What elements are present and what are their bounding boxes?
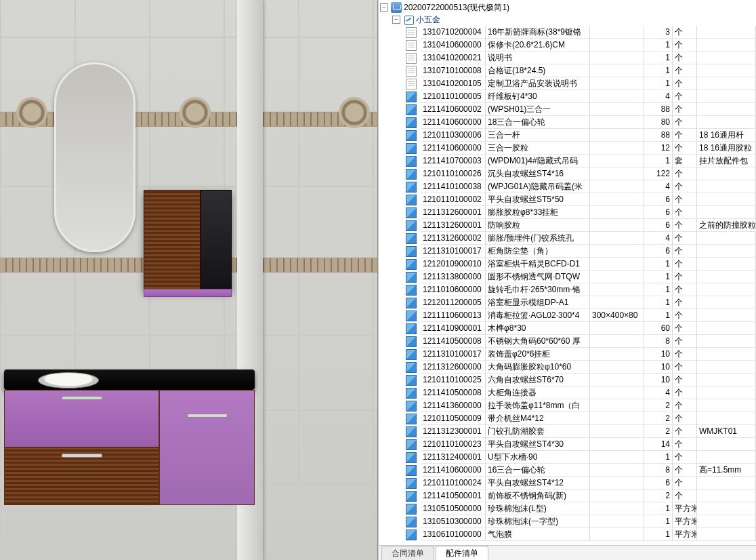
row-spec xyxy=(590,335,644,348)
row-name: 大角码膨胀胶粒φ10*60 xyxy=(486,361,590,374)
row-qty: 2 xyxy=(644,399,673,412)
parts-row[interactable]: 131071020000416年新箭牌商标(38*9镀铬3个 xyxy=(380,26,756,39)
parts-row[interactable]: 1211312600001膨胀胶粒φ8*33挂柜6个 xyxy=(380,206,756,219)
cube-icon xyxy=(406,233,417,244)
row-unit: 个 xyxy=(673,103,697,116)
cube-icon xyxy=(406,504,417,515)
parts-tree[interactable]: − 20200722000513(现代极简1) − 小五金 1310710200… xyxy=(379,0,756,545)
parts-row[interactable]: 121141060000016三合一偏心轮8个高=11.5mm xyxy=(380,464,756,477)
parts-row[interactable]: 1210110100023平头自攻螺丝ST4*3014个 xyxy=(380,438,756,451)
parts-row[interactable]: 1212011200005浴室柜显示模组DP-A11个 xyxy=(380,296,756,309)
parts-row[interactable]: 1211410500001前饰板不锈钢角码(新)2个 xyxy=(380,489,756,502)
parts-row[interactable]: 1211410700003(WPDM01)4#隐藏式吊码1套挂片放配件包 xyxy=(380,155,756,167)
row-spec xyxy=(590,258,644,271)
row-icon-cell xyxy=(380,77,421,90)
parts-row[interactable]: 1211410100038(WPJG01A)隐藏吊码盖(米4个 xyxy=(380,180,756,193)
row-icon-cell xyxy=(380,477,421,489)
cube-icon xyxy=(406,529,417,540)
parts-row[interactable]: 1211110600013消毒柜拉篮·AGL02·300*4300×400×80… xyxy=(380,309,756,322)
parts-row[interactable]: 1211410500008不锈钢大角码60*60*60 厚8个 xyxy=(380,335,756,348)
parts-row[interactable]: 1310410600000保修卡(20.6*21.6)CM1个 xyxy=(380,39,756,52)
parts-row[interactable]: 1210110300006三合一杆88个18 16通用杆 xyxy=(380,129,756,142)
row-name: 浴室柜烘干精灵BCFD-D1 xyxy=(486,258,590,271)
parts-row[interactable]: 121141060000018三合一偏心轮80个 xyxy=(380,116,756,129)
parts-row[interactable]: 1211312600001防响胶粒6个之前的防撞胶粒 xyxy=(380,219,756,232)
row-note xyxy=(697,77,756,90)
row-spec xyxy=(590,296,644,309)
parts-row[interactable]: 1211313800000圆形不锈钢透气网·DTQW1个 xyxy=(380,271,756,283)
row-code: 1310710100008 xyxy=(421,64,486,77)
row-note xyxy=(697,116,756,129)
row-spec xyxy=(590,193,644,206)
parts-row[interactable]: 1210110100002平头自攻螺丝ST5*506个 xyxy=(380,193,756,206)
parts-row[interactable]: 1211410600000三合一胶粒12个18 16通用胶粒 xyxy=(380,142,756,155)
row-unit: 个 xyxy=(673,116,697,129)
row-qty: 6 xyxy=(644,206,673,219)
collapse-icon[interactable]: − xyxy=(380,3,388,12)
parts-row[interactable]: 1310610100000气泡膜1平方米 xyxy=(380,528,756,541)
preview-3d-viewport[interactable] xyxy=(0,0,378,560)
cube-icon xyxy=(406,259,417,270)
row-icon-cell xyxy=(380,386,421,399)
row-unit: 平方米 xyxy=(673,528,697,541)
row-spec xyxy=(590,77,644,90)
row-qty: 6 xyxy=(644,219,673,232)
parts-row[interactable]: 1211410500008大柜角连接器4个 xyxy=(380,386,756,399)
parts-row[interactable]: 1211310100017装饰盖φ20*6挂柜10个 xyxy=(380,348,756,361)
parts-row[interactable]: 1310710100008合格证(18*24.5)1个 xyxy=(380,64,756,77)
row-icon-cell xyxy=(380,399,421,412)
parts-row[interactable]: 1310510500000珍珠棉泡沫(L型)1平方米 xyxy=(380,502,756,515)
parts-row[interactable]: 1310510300000珍珠棉泡沫(一字型)1平方米 xyxy=(380,515,756,528)
row-note: 18 16通用杆 xyxy=(697,129,756,142)
parts-row[interactable]: 1310410200021说明书1个 xyxy=(380,52,756,64)
parts-row[interactable]: 1210110100026沉头自攻螺丝ST4*16122个 xyxy=(380,167,756,180)
row-qty: 10 xyxy=(644,361,673,374)
cube-icon xyxy=(406,362,417,373)
row-qty: 88 xyxy=(644,129,673,142)
row-spec xyxy=(590,245,644,258)
parts-row[interactable]: 1211010600000旋转毛巾杆·265*30mm·铬1个 xyxy=(380,283,756,296)
parts-row[interactable]: 1211410600002(WPSH01)三合一88个 xyxy=(380,103,756,116)
parts-row[interactable]: 1211312600002膨胀/预埋件(门铰系统孔4个 xyxy=(380,232,756,245)
parts-row[interactable]: 1210110100025六角自攻螺丝ST6*7010个 xyxy=(380,374,756,386)
parts-row[interactable]: 1211312400001U型下水槽·901个 xyxy=(380,451,756,464)
row-name: 沉头自攻螺丝ST4*16 xyxy=(486,167,590,180)
row-qty: 6 xyxy=(644,245,673,258)
parts-row[interactable]: 1210110100005纤维板钉4*304个 xyxy=(380,90,756,103)
parts-row[interactable]: 1211413600000拉手装饰盖φ11*8mm（白2个 xyxy=(380,399,756,412)
row-spec xyxy=(590,232,644,245)
row-code: 1212011200005 xyxy=(421,296,486,309)
parts-row[interactable]: 1211310100017柜角防尘垫（角）6个 xyxy=(380,245,756,258)
parts-row[interactable]: 1211410900001木榫φ8*3060个 xyxy=(380,322,756,335)
row-icon-cell xyxy=(380,489,421,502)
row-qty: 4 xyxy=(644,180,673,193)
row-name: 不锈钢大角码60*60*60 厚 xyxy=(486,335,590,348)
collapse-icon[interactable]: − xyxy=(392,16,400,24)
row-name: 防响胶粒 xyxy=(486,219,590,232)
parts-row[interactable]: 1210110500009带介机丝M4*122个 xyxy=(380,412,756,425)
row-note xyxy=(697,477,756,489)
parts-row[interactable]: 1211312600000大角码膨胀胶粒φ10*6010个 xyxy=(380,361,756,374)
parts-row[interactable]: 1211312300001门铰孔防潮胶套2个WMJKT01 xyxy=(380,425,756,438)
tab-parts-list[interactable]: 配件清单 xyxy=(436,546,488,560)
document-icon xyxy=(406,40,417,51)
row-code: 1310710200004 xyxy=(421,26,486,39)
row-icon-cell xyxy=(380,283,421,296)
parts-row[interactable]: 1310410200105定制卫浴产品安装说明书1个 xyxy=(380,77,756,90)
row-spec xyxy=(590,386,644,399)
row-code: 1210110100026 xyxy=(421,167,486,180)
row-qty: 14 xyxy=(644,438,673,451)
cube-icon xyxy=(406,207,417,218)
row-note xyxy=(697,180,756,193)
row-icon-cell xyxy=(380,515,421,528)
parts-row[interactable]: 1212010900010浴室柜烘干精灵BCFD-D11个 xyxy=(380,258,756,271)
row-code: 1210110100023 xyxy=(421,438,486,451)
parts-row[interactable]: 1210110100024平头自攻螺丝ST4*126个 xyxy=(380,477,756,489)
tree-group-node[interactable]: − 小五金 xyxy=(380,14,756,26)
row-icon-cell xyxy=(380,296,421,309)
row-qty: 4 xyxy=(644,386,673,399)
tree-root-node[interactable]: − 20200722000513(现代极简1) xyxy=(380,1,756,14)
row-unit: 个 xyxy=(673,425,697,438)
cube-icon xyxy=(406,130,417,141)
tab-contract-list[interactable]: 合同清单 xyxy=(381,546,434,560)
